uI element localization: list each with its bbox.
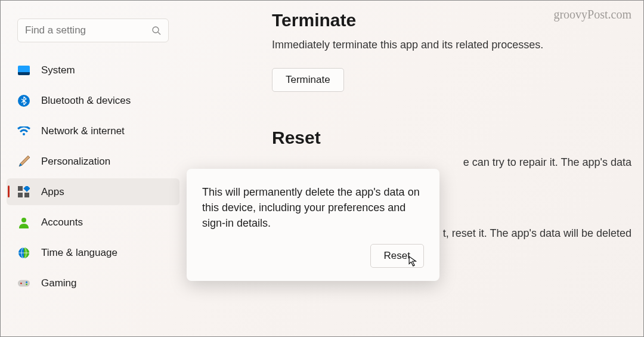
sidebar-item-label: Bluetooth & devices [41, 95, 131, 107]
sidebar: System Bluetooth & devices Network & int… [1, 1, 185, 336]
paintbrush-icon [17, 155, 30, 168]
terminate-button[interactable]: Terminate [272, 68, 344, 92]
tooltip-text: This will permanently delete the app's d… [202, 184, 424, 231]
search-icon [151, 26, 161, 35]
sidebar-item-apps[interactable]: Apps [7, 178, 179, 205]
reset-confirmation-tooltip: This will permanently delete the app's d… [187, 169, 439, 281]
sidebar-item-label: Network & internet [41, 125, 125, 137]
terminate-section: Terminate Immediately terminate this app… [272, 10, 631, 92]
sidebar-item-label: Personalization [41, 156, 110, 168]
tooltip-actions: Reset [202, 244, 424, 268]
wifi-icon [17, 125, 30, 138]
sidebar-item-gaming[interactable]: Gaming [7, 270, 179, 296]
terminate-title: Terminate [272, 10, 631, 30]
search-box[interactable] [17, 18, 169, 42]
sidebar-item-bluetooth[interactable]: Bluetooth & devices [7, 87, 179, 114]
reset-title: Reset [272, 128, 631, 148]
system-icon [17, 64, 30, 77]
svg-point-0 [153, 27, 159, 33]
svg-point-12 [20, 282, 22, 284]
terminate-description: Immediately terminate this app and its r… [272, 39, 631, 51]
sidebar-item-personalization[interactable]: Personalization [7, 148, 179, 175]
gamepad-icon [17, 277, 30, 290]
svg-point-13 [26, 281, 27, 283]
apps-icon [17, 185, 30, 199]
svg-point-2 [23, 133, 25, 135]
accounts-icon [17, 216, 30, 229]
search-input[interactable] [25, 24, 151, 36]
sidebar-item-system[interactable]: System [7, 57, 179, 84]
cursor-icon [408, 256, 419, 267]
sidebar-item-label: System [41, 64, 75, 76]
bluetooth-icon [17, 94, 30, 107]
svg-rect-5 [18, 193, 23, 197]
globe-icon [17, 246, 30, 259]
svg-rect-6 [24, 193, 29, 197]
sidebar-item-label: Accounts [41, 217, 83, 228]
svg-point-7 [21, 218, 26, 222]
nav-list: System Bluetooth & devices Network & int… [1, 57, 185, 296]
svg-rect-11 [18, 280, 30, 286]
sidebar-item-network[interactable]: Network & internet [7, 118, 179, 144]
sidebar-item-accounts[interactable]: Accounts [7, 209, 179, 236]
svg-rect-3 [18, 186, 23, 191]
sidebar-item-label: Apps [41, 186, 64, 198]
repair-description-fragment: e can try to repair it. The app's data [272, 156, 631, 169]
sidebar-item-label: Time & language [41, 247, 117, 259]
svg-rect-4 [23, 186, 30, 192]
svg-point-14 [26, 283, 27, 285]
sidebar-item-label: Gaming [41, 277, 77, 289]
sidebar-item-time[interactable]: Time & language [7, 239, 179, 266]
svg-line-1 [158, 32, 160, 35]
